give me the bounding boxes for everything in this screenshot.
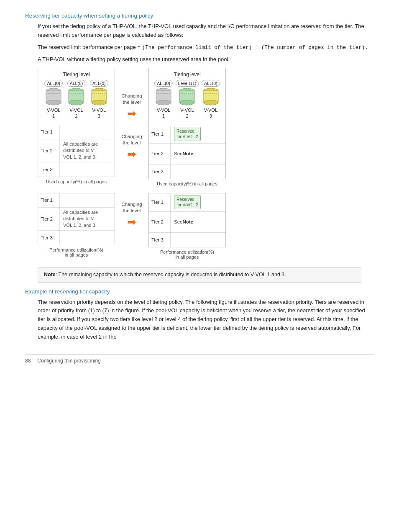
right-tier-table-wrapper: Tier 1 Reservedfor V-VOL 2 Tier 2 See No…	[148, 125, 226, 186]
left-diagram-title: Tiering level	[42, 72, 110, 77]
tier3-content-left	[60, 162, 115, 177]
vvol1-right-name: V-VOL1	[157, 108, 170, 118]
note-box: Note: The remaining capacity to which th…	[38, 267, 361, 283]
perf-tier3-label-left: Tier 3	[38, 231, 60, 245]
vvol1-right: ALL(0) V-VOL1	[154, 80, 173, 118]
vvol2-name: V-VOL2	[69, 108, 83, 118]
vvol2-label: ALL(0)	[67, 80, 86, 87]
vvol2-right: Level1(1) V-VOL2	[176, 80, 199, 118]
vvol1-right-cylinder	[155, 87, 172, 108]
arrow-right-bot: ➡	[127, 216, 136, 229]
vvol3-label: ALL(0)	[90, 80, 108, 87]
right-caption-used: Used capacity(%) in all pages	[157, 181, 217, 186]
reserved-badge-1: Reservedfor V-VOL 2	[174, 127, 201, 141]
perf-tier2-label-left: Tier 2	[38, 208, 60, 230]
formula-prefix: The reserved limit performance per page …	[38, 44, 142, 50]
vvol2-right-name: V-VOL2	[180, 108, 194, 118]
right-diagram-box: Tiering level ALL(0) V-VOL1 Level1(1)	[148, 68, 226, 125]
perf-tier2-content-left: All capacities aredistributed to V-VOL 1…	[60, 208, 115, 230]
tier3-content-right	[171, 164, 225, 179]
perf-tier1-right: Tier 1 Reservedfor V-VOL 2	[149, 193, 225, 212]
page-number: 88	[25, 358, 31, 364]
tier2-content-right: See Note.	[171, 144, 225, 164]
arrow-right-top: ➡	[127, 107, 136, 120]
tier1-content-left	[60, 125, 115, 139]
vvol3-cylinder	[90, 87, 108, 108]
vvol3-name: V-VOL3	[92, 108, 106, 118]
left-tier-table-wrapper: Tier 1 Tier 2 All capacities aredistribu…	[38, 125, 115, 184]
vvol3-right: ALL(0) V-VOL3	[202, 80, 220, 118]
vvol2-right-cylinder	[178, 87, 196, 108]
left-diagram-box: Tiering level ALL(0) V-VOL1	[38, 68, 115, 125]
perf-tier1-content-right: Reservedfor V-VOL 2	[171, 193, 225, 211]
perf-tier1-label-right: Tier 1	[149, 193, 171, 211]
svg-point-18	[179, 100, 194, 105]
right-perf-table: Tier 1 Reservedfor V-VOL 2 Tier 2 See No…	[148, 193, 226, 247]
vvol1-label: ALL(0)	[44, 80, 63, 87]
note-text: : The remaining capacity to which the re…	[56, 272, 286, 278]
tier1-row-right: Tier 1 Reservedfor V-VOL 2	[149, 125, 225, 144]
perf-tier2-right: Tier 2 See Note.	[149, 212, 225, 233]
arrow-col-mid: Changingthe level ➡	[115, 134, 148, 161]
changing-level-label-mid: Changingthe level	[121, 134, 142, 146]
vvol2-left: ALL(0) V-VOL2	[67, 80, 86, 118]
changing-level-label-bot: Changingthe level	[121, 201, 142, 214]
perf-tier3-right: Tier 3	[149, 233, 225, 247]
perf-tier1-left: Tier 1	[38, 193, 115, 208]
vvol1-left: ALL(0) V-VOL1	[44, 80, 63, 118]
svg-point-22	[203, 100, 218, 105]
section1-title: Reserving tier capacity when setting a t…	[25, 13, 374, 19]
vvol3-right-label: ALL(0)	[202, 80, 220, 87]
svg-point-6	[69, 100, 84, 105]
arrow-col-bot: Changingthe level ➡	[115, 201, 148, 229]
arrow-col-top: Changingthe level ➡	[115, 93, 148, 120]
formula-text: (The performance limit of the tier) ÷ (T…	[142, 45, 368, 51]
right-diagram-title: Tiering level	[153, 72, 221, 77]
right-vvol-row: ALL(0) V-VOL1 Level1(1)	[153, 80, 221, 118]
perf-tier1-label-left: Tier 1	[38, 193, 60, 207]
perf-tier3-left: Tier 3	[38, 231, 115, 245]
right-caption-perf: Performance utilization(%)in all pages	[160, 249, 214, 260]
left-caption-used: Used capacity(%) in all pages	[46, 179, 107, 184]
tier2-content-left: All capacities aredistributed to V-VOL 1…	[60, 139, 115, 162]
left-vvol-row: ALL(0) V-VOL1 ALL(0)	[42, 80, 110, 118]
tier3-row-right: Tier 3	[149, 164, 225, 179]
perf-tier3-label-right: Tier 3	[149, 233, 171, 247]
tier1-label-left: Tier 1	[38, 125, 60, 139]
vvol1-right-label: ALL(0)	[154, 80, 173, 87]
tier1-label-right: Tier 1	[149, 125, 171, 143]
tier2-label-left: Tier 2	[38, 139, 60, 162]
vvol1-cylinder	[45, 87, 62, 108]
perf-tier2-content-right: See Note.	[171, 212, 225, 232]
bottom-diagrams-row: Tier 1 Tier 2 All capacities aredistribu…	[38, 193, 361, 260]
right-tier-table: Tier 1 Reservedfor V-VOL 2 Tier 2 See No…	[148, 125, 226, 179]
svg-point-14	[156, 100, 171, 105]
tier2-row-left: Tier 2 All capacities aredistributed to …	[38, 139, 115, 162]
section1-formula: The reserved limit performance per page …	[38, 43, 374, 52]
tier3-label-left: Tier 3	[38, 162, 60, 177]
reserved-badge-2: Reservedfor V-VOL 2	[174, 195, 201, 209]
svg-point-2	[46, 100, 61, 105]
section1-para2: A THP-VOL without a tiering policy setti…	[38, 55, 374, 64]
perf-tier2-label-right: Tier 2	[149, 212, 171, 232]
left-top-diagram: Tiering level ALL(0) V-VOL1	[38, 68, 115, 125]
note-bold: Note	[44, 272, 56, 278]
perf-tier1-content-left	[60, 193, 115, 207]
top-diagrams-row: Tiering level ALL(0) V-VOL1	[38, 68, 361, 125]
vvol3-right-name: V-VOL3	[204, 108, 217, 118]
left-perf-table-wrapper: Tier 1 Tier 2 All capacities aredistribu…	[38, 193, 115, 257]
perf-tier3-content-left	[60, 231, 115, 245]
svg-point-10	[92, 100, 107, 105]
tier3-label-right: Tier 3	[149, 164, 171, 179]
tier2-label-right: Tier 2	[149, 144, 171, 164]
tier1-row-left: Tier 1	[38, 125, 115, 139]
tier2-row-right: Tier 2 See Note.	[149, 144, 225, 164]
changing-level-label-top: Changingthe level	[121, 93, 142, 105]
vvol3-left: ALL(0) V-VOL3	[90, 80, 108, 118]
middle-diagrams-row: Tier 1 Tier 2 All capacities aredistribu…	[38, 125, 361, 186]
section2-title: Example of reserving tier capacity	[25, 288, 374, 295]
footer-bar: 88 Configuring thin provisioning	[25, 354, 374, 364]
vvol2-cylinder	[67, 87, 85, 108]
footer-text: Configuring thin provisioning	[37, 358, 100, 364]
vvol3-right-cylinder	[202, 87, 220, 108]
